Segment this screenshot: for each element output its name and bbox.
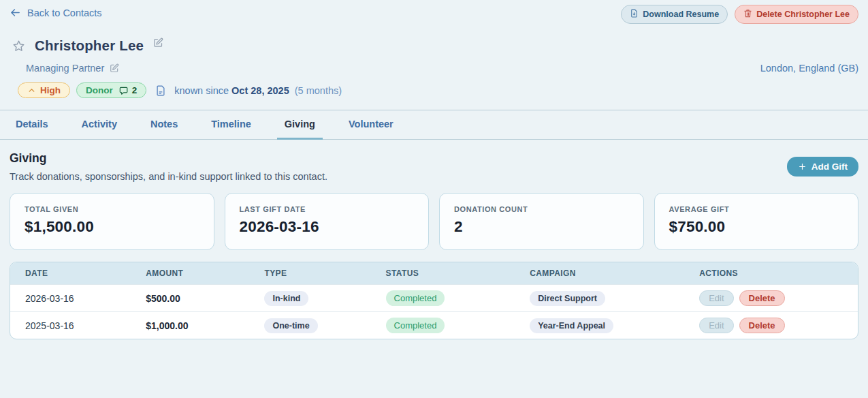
document-icon[interactable] <box>155 85 167 97</box>
donor-badge-label: Donor <box>86 85 113 95</box>
stat-total-given: TOTAL GIVEN $1,500.00 <box>10 193 214 250</box>
trash-icon <box>743 9 752 20</box>
gifts-table: DATE AMOUNT TYPE STATUS CAMPAIGN ACTIONS… <box>10 262 858 339</box>
back-to-contacts-link[interactable]: Back to Contacts <box>10 5 102 18</box>
gift-type-badge: In-kind <box>264 291 308 306</box>
stat-average-gift: AVERAGE GIFT $750.00 <box>654 193 859 250</box>
stat-value: $1,500.00 <box>25 218 199 236</box>
gift-campaign-badge: Year-End Appeal <box>530 318 613 333</box>
chat-bubble-icon <box>118 86 128 95</box>
tab-activity[interactable]: Activity <box>74 110 125 140</box>
delete-contact-button[interactable]: Delete Christopher Lee <box>735 5 858 24</box>
arrow-left-icon <box>10 7 21 18</box>
download-resume-button[interactable]: Download Resume <box>621 5 728 24</box>
tab-details[interactable]: Details <box>8 110 56 140</box>
column-header-campaign: CAMPAIGN <box>530 262 699 285</box>
back-link-label: Back to Contacts <box>27 7 102 18</box>
known-since-prefix: known since <box>174 85 229 96</box>
table-header-row: DATE AMOUNT TYPE STATUS CAMPAIGN ACTIONS <box>10 262 858 285</box>
gift-amount: $500.00 <box>146 285 264 312</box>
known-since-duration: (5 months) <box>295 85 342 96</box>
contact-location: London, England (GB) <box>760 63 858 74</box>
priority-badge[interactable]: High <box>18 82 70 98</box>
delete-gift-button[interactable]: Delete <box>739 290 785 306</box>
edit-role-icon[interactable] <box>110 63 119 73</box>
stat-label: DONATION COUNT <box>454 205 629 213</box>
donor-count: 2 <box>132 85 138 95</box>
table-row: 2026-03-16 $500.00 In-kind Completed Dir… <box>10 285 858 312</box>
gift-date: 2026-03-16 <box>10 285 146 312</box>
gift-date: 2025-03-16 <box>10 312 146 339</box>
stat-last-gift-date: LAST GIFT DATE 2026-03-16 <box>225 193 430 250</box>
column-header-type: TYPE <box>264 262 385 285</box>
stat-donation-count: DONATION COUNT 2 <box>439 193 644 250</box>
tab-volunteer[interactable]: Volunteer <box>341 110 401 140</box>
donor-badge[interactable]: Donor 2 <box>76 82 146 98</box>
gift-amount: $1,000.00 <box>146 312 264 339</box>
edit-name-icon[interactable] <box>153 37 163 48</box>
chevron-up-icon <box>27 86 36 95</box>
stat-value: $750.00 <box>669 218 844 236</box>
contact-detail-page: Back to Contacts Download Resume Delete … <box>0 0 868 398</box>
stat-label: TOTAL GIVEN <box>25 205 199 213</box>
stat-label: LAST GIFT DATE <box>240 205 415 213</box>
stat-label: AVERAGE GIFT <box>669 205 844 213</box>
gift-type-badge: One-time <box>264 318 317 333</box>
tab-giving[interactable]: Giving <box>277 110 323 140</box>
priority-badge-label: High <box>40 85 61 95</box>
gift-status-badge: Completed <box>386 318 445 333</box>
column-header-date: DATE <box>10 262 146 285</box>
file-download-icon <box>630 9 639 20</box>
tab-bar: Details Activity Notes Timeline Giving V… <box>0 110 868 140</box>
column-header-actions: ACTIONS <box>699 262 858 285</box>
known-since-date: Oct 28, 2025 <box>231 85 289 96</box>
contact-role: Managing Partner <box>26 63 104 74</box>
contact-header: Back to Contacts Download Resume Delete … <box>0 0 868 98</box>
download-resume-label: Download Resume <box>643 10 719 19</box>
stat-value: 2026-03-16 <box>240 218 415 236</box>
stat-value: 2 <box>454 218 629 236</box>
giving-panel: Giving Track donations, sponsorships, an… <box>0 140 868 339</box>
tab-notes[interactable]: Notes <box>143 110 185 140</box>
contact-name: Christopher Lee <box>35 37 144 54</box>
tab-timeline[interactable]: Timeline <box>204 110 259 140</box>
column-header-status: STATUS <box>386 262 530 285</box>
delete-contact-label: Delete Christopher Lee <box>756 10 850 19</box>
favorite-star-icon[interactable] <box>12 40 25 52</box>
add-gift-button[interactable]: Add Gift <box>787 157 858 177</box>
add-gift-label: Add Gift <box>811 162 848 172</box>
section-title: Giving <box>10 151 327 166</box>
edit-gift-button[interactable]: Edit <box>699 290 733 306</box>
column-header-amount: AMOUNT <box>146 262 264 285</box>
giving-stats: TOTAL GIVEN $1,500.00 LAST GIFT DATE 202… <box>10 193 858 250</box>
known-since-text: known since Oct 28, 2025 (5 months) <box>174 85 342 96</box>
section-description: Track donations, sponsorships, and in-ki… <box>10 171 327 182</box>
delete-gift-button[interactable]: Delete <box>739 318 785 333</box>
gift-status-badge: Completed <box>386 290 445 306</box>
table-row: 2025-03-16 $1,000.00 One-time Completed … <box>10 312 858 339</box>
plus-icon <box>798 162 807 171</box>
gift-campaign-badge: Direct Support <box>530 291 605 306</box>
edit-gift-button[interactable]: Edit <box>699 318 733 333</box>
